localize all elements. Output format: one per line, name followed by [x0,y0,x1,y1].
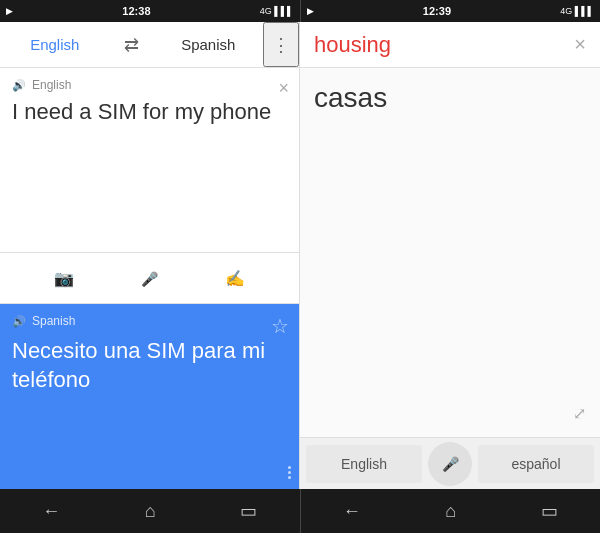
target-language-button[interactable]: Spanish [154,22,264,67]
result-lang-text: Spanish [32,314,75,328]
left-recent-button[interactable]: ▭ [232,492,265,530]
notification-icon: ▶ [6,6,13,16]
swap-languages-button[interactable] [110,22,154,67]
right-recent-icon: ▭ [541,500,558,522]
navigation-bars: ← ⌂ ▭ ← ⌂ ▭ [0,489,600,533]
right-home-button[interactable]: ⌂ [437,493,464,530]
expand-button[interactable] [573,404,586,423]
more-dots-icon: ⋮ [272,34,290,56]
left-back-button[interactable]: ← [34,493,68,530]
left-home-button[interactable]: ⌂ [137,493,164,530]
bottom-source-language-button[interactable]: English [306,445,422,483]
right-signal-icons: 4G ▌▌▌ [560,6,594,16]
right-notification-icon: ▶ [307,6,314,16]
dot2 [288,471,291,474]
bottom-microphone-button[interactable] [428,442,472,486]
bottom-mic-icon [442,453,459,474]
right-close-button[interactable]: × [574,33,586,56]
right-time: 12:39 [423,5,451,17]
handwrite-icon [225,266,245,289]
bottom-target-language-button[interactable]: español [478,445,594,483]
right-nav-bar: ← ⌂ ▭ [300,489,601,533]
speaker-icon [12,78,26,92]
input-tools-bar [0,252,299,304]
right-bottom-language-bar: English español [300,437,600,489]
right-content-area: casas [300,68,600,437]
dot1 [288,466,291,469]
main-panels: English Spanish ⋮ English I need a SIM f… [0,22,600,489]
result-text: Necesito una SIM para mi teléfono [12,336,287,480]
left-back-icon: ← [42,501,60,522]
right-status-bar: ▶ 12:39 4G ▌▌▌ [300,0,601,22]
result-language-label: Spanish [12,314,287,328]
camera-icon [54,266,74,289]
right-recent-button[interactable]: ▭ [533,492,566,530]
left-nav-bar: ← ⌂ ▭ [0,489,300,533]
favorite-button[interactable]: ☆ [271,314,289,338]
right-home-icon: ⌂ [445,501,456,522]
input-text[interactable]: I need a SIM for my phone [12,98,287,127]
right-translation-text: casas [314,82,586,404]
left-panel: English Spanish ⋮ English I need a SIM f… [0,22,300,489]
microphone-button[interactable] [141,266,158,289]
left-signal-icons: 4G ▌▌▌ [260,6,294,16]
left-status-bar: ▶ 12:38 4G ▌▌▌ [0,0,300,22]
camera-button[interactable] [54,266,74,289]
input-language-label: English [12,78,287,92]
more-options-button[interactable]: ⋮ [263,22,299,67]
source-language-button[interactable]: English [0,22,110,67]
handwrite-button[interactable] [225,266,245,289]
search-query-text[interactable]: housing [314,32,391,58]
input-lang-text: English [32,78,71,92]
right-panel: housing × casas English español [300,22,600,489]
result-more-button[interactable] [288,466,291,479]
translation-result-area: Spanish Necesito una SIM para mi teléfon… [0,304,299,490]
signal-icon: 4G ▌▌▌ [260,6,294,16]
left-time: 12:38 [122,5,150,17]
microphone-icon [141,266,158,289]
clear-input-button[interactable]: × [278,78,289,99]
left-recent-icon: ▭ [240,500,257,522]
expand-icon [573,405,586,422]
right-back-icon: ← [343,501,361,522]
right-status-icons: ▶ [307,6,314,16]
status-bars: ▶ 12:38 4G ▌▌▌ ▶ 12:39 4G ▌▌▌ [0,0,600,22]
dot3 [288,476,291,479]
right-header: housing × [300,22,600,68]
left-home-icon: ⌂ [145,501,156,522]
result-speaker-icon [12,314,26,328]
left-status-icons: ▶ [6,6,13,16]
language-selector-bar: English Spanish ⋮ [0,22,299,68]
swap-icon [124,34,139,56]
input-area: English I need a SIM for my phone × [0,68,299,252]
right-back-button[interactable]: ← [335,493,369,530]
right-signal-icon: 4G ▌▌▌ [560,6,594,16]
